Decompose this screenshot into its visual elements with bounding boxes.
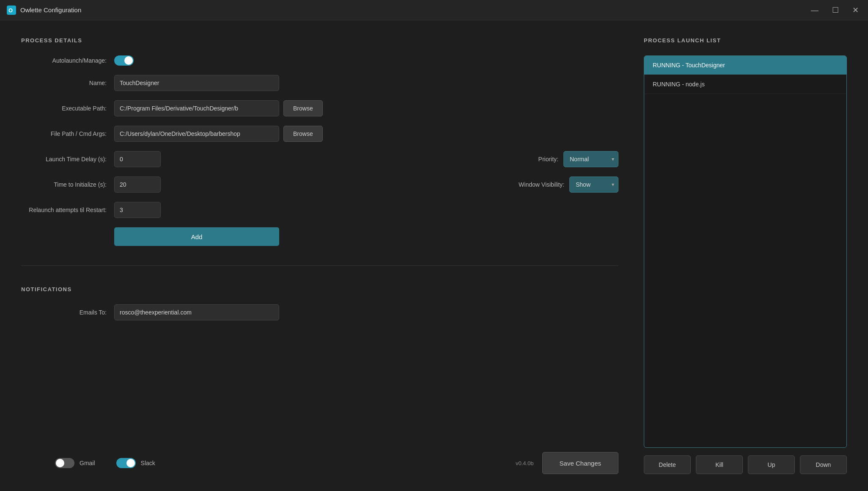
bottom-right: v0.4.0b Save Changes bbox=[516, 452, 618, 474]
exec-path-label: Executable Path: bbox=[21, 105, 114, 112]
autolaunch-toggle[interactable] bbox=[114, 55, 134, 66]
left-panel: PROCESS DETAILS Autolaunch/Manage: Name:… bbox=[21, 37, 618, 474]
save-changes-button[interactable]: Save Changes bbox=[542, 452, 618, 474]
process-item-text: RUNNING - TouchDesigner bbox=[653, 62, 725, 69]
bottom-toggles: Gmail Slack bbox=[55, 458, 155, 468]
gmail-toggle[interactable] bbox=[55, 458, 74, 468]
launch-delay-input[interactable] bbox=[114, 151, 161, 167]
process-details-title: PROCESS DETAILS bbox=[21, 37, 618, 44]
time-init-input[interactable] bbox=[114, 177, 161, 193]
relaunch-input[interactable] bbox=[114, 202, 161, 218]
name-row: Name: bbox=[21, 75, 618, 91]
title-bar: O Owlette Configuration — ☐ ✕ bbox=[0, 0, 868, 20]
process-list[interactable]: RUNNING - TouchDesigner RUNNING - node.j… bbox=[644, 55, 847, 448]
slack-label: Slack bbox=[141, 460, 155, 466]
priority-label: Priority: bbox=[538, 156, 558, 163]
name-input[interactable] bbox=[114, 75, 279, 91]
browse-file-button[interactable]: Browse bbox=[283, 126, 323, 142]
add-button[interactable]: Add bbox=[114, 227, 279, 246]
emails-input[interactable] bbox=[114, 304, 279, 320]
browse-exec-button[interactable]: Browse bbox=[283, 100, 323, 116]
process-list-item[interactable]: RUNNING - node.js bbox=[644, 75, 846, 94]
slack-toggle-row: Slack bbox=[116, 458, 155, 468]
minimize-button[interactable]: — bbox=[808, 5, 821, 16]
window-visibility-label: Window Visibility: bbox=[519, 181, 564, 188]
version-text: v0.4.0b bbox=[516, 460, 534, 466]
slack-toggle[interactable] bbox=[116, 458, 136, 468]
process-list-item[interactable]: RUNNING - TouchDesigner bbox=[644, 56, 846, 75]
visibility-select-wrapper: Show Hide Minimized ▾ bbox=[569, 177, 618, 193]
maximize-button[interactable]: ☐ bbox=[830, 5, 841, 16]
title-bar-controls: — ☐ ✕ bbox=[808, 5, 861, 16]
autolaunch-row: Autolaunch/Manage: bbox=[21, 55, 618, 66]
priority-select-wrapper: Normal High Low Realtime ▾ bbox=[563, 151, 618, 167]
visibility-select[interactable]: Show Hide Minimized bbox=[569, 177, 618, 193]
up-button[interactable]: Up bbox=[748, 455, 795, 474]
autolaunch-label: Autolaunch/Manage: bbox=[21, 57, 114, 64]
name-label: Name: bbox=[21, 80, 114, 86]
delay-priority-row: Launch Time Delay (s): Priority: Normal … bbox=[21, 151, 618, 167]
section-divider bbox=[21, 265, 618, 266]
gmail-knob bbox=[56, 459, 64, 467]
relaunch-row: Relaunch attempts til Restart: bbox=[21, 202, 618, 218]
priority-select[interactable]: Normal High Low Realtime bbox=[563, 151, 618, 167]
delete-button[interactable]: Delete bbox=[644, 455, 691, 474]
emails-label: Emails To: bbox=[21, 309, 114, 316]
launch-delay-label: Launch Time Delay (s): bbox=[21, 156, 114, 163]
relaunch-label: Relaunch attempts til Restart: bbox=[21, 207, 114, 213]
file-path-label: File Path / Cmd Args: bbox=[21, 130, 114, 137]
window-title: Owlette Configuration bbox=[20, 6, 81, 14]
app-icon: O bbox=[7, 6, 16, 15]
down-button[interactable]: Down bbox=[800, 455, 847, 474]
gmail-label: Gmail bbox=[80, 460, 95, 466]
main-content: PROCESS DETAILS Autolaunch/Manage: Name:… bbox=[0, 20, 868, 491]
close-button[interactable]: ✕ bbox=[850, 5, 861, 16]
slack-knob bbox=[126, 459, 135, 467]
exec-path-row: Executable Path: Browse bbox=[21, 100, 618, 116]
bottom-bar: Gmail Slack v0.4.0b Save Changes bbox=[21, 442, 618, 474]
autolaunch-knob bbox=[124, 56, 133, 65]
process-action-row: Delete Kill Up Down bbox=[644, 455, 847, 474]
kill-button[interactable]: Kill bbox=[696, 455, 743, 474]
process-item-text: RUNNING - node.js bbox=[653, 81, 705, 88]
priority-group: Priority: Normal High Low Realtime ▾ bbox=[538, 151, 618, 167]
notifications-title: NOTIFICATIONS bbox=[21, 286, 618, 292]
file-path-input[interactable] bbox=[114, 126, 279, 142]
exec-path-input[interactable] bbox=[114, 100, 279, 116]
file-path-row: File Path / Cmd Args: Browse bbox=[21, 126, 618, 142]
visibility-group: Window Visibility: Show Hide Minimized ▾ bbox=[519, 177, 618, 193]
process-launch-list-title: PROCESS LAUNCH LIST bbox=[644, 37, 847, 44]
gmail-toggle-row: Gmail bbox=[55, 458, 95, 468]
notifications-section: NOTIFICATIONS Emails To: bbox=[21, 286, 618, 330]
emails-row: Emails To: bbox=[21, 304, 618, 320]
autolaunch-slider bbox=[114, 55, 134, 66]
time-init-label: Time to Initialize (s): bbox=[21, 181, 114, 188]
init-visibility-row: Time to Initialize (s): Window Visibilit… bbox=[21, 177, 618, 193]
svg-text:O: O bbox=[8, 7, 13, 14]
right-panel: PROCESS LAUNCH LIST RUNNING - TouchDesig… bbox=[644, 37, 847, 474]
title-bar-left: O Owlette Configuration bbox=[7, 6, 81, 15]
gmail-slider bbox=[55, 458, 74, 468]
add-row: Add bbox=[21, 227, 618, 250]
slack-slider bbox=[116, 458, 136, 468]
